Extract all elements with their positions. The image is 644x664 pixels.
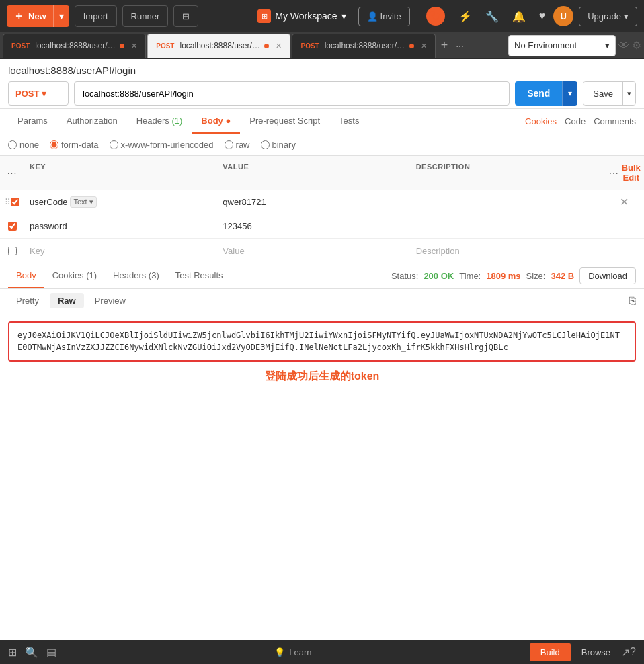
table-header: ··· KEY VALUE DESCRIPTION ··· Bulk Edit: [0, 156, 644, 190]
person-icon: 👤: [367, 11, 378, 22]
send-button[interactable]: Send: [515, 81, 562, 106]
save-dropdown-button[interactable]: ▾: [622, 82, 635, 105]
resp-tab-test-results[interactable]: Test Results: [167, 263, 231, 288]
import-button[interactable]: Import: [75, 5, 117, 27]
row-2-checkbox[interactable]: [8, 222, 17, 231]
tab-headers[interactable]: Headers (1): [127, 109, 192, 134]
tab-2[interactable]: POST localhost:8888/user/logo ✕: [292, 34, 435, 58]
tab-0[interactable]: POST localhost:8888/user/logir ✕: [3, 34, 146, 58]
code-link[interactable]: Code: [565, 116, 586, 126]
cookies-link[interactable]: Cookies: [525, 116, 557, 126]
resp-tab-body[interactable]: Body: [8, 263, 44, 288]
bottom-layout-button[interactable]: ⊞: [8, 646, 17, 659]
tab-body[interactable]: Body ●: [192, 109, 240, 134]
row-1-desc: [411, 200, 604, 205]
tab-0-close[interactable]: ✕: [131, 42, 137, 50]
save-button[interactable]: Save: [583, 82, 622, 105]
bottom-console-button[interactable]: ▤: [46, 646, 56, 659]
row-2-drag-check: [0, 219, 24, 233]
tab-prerequest[interactable]: Pre-request Script: [240, 109, 329, 134]
runner-button[interactable]: Runner: [122, 5, 169, 27]
user-avatar[interactable]: U: [553, 6, 573, 26]
help-icon: ?: [630, 646, 636, 657]
environment-dropdown[interactable]: No Environment ▾: [508, 35, 616, 56]
new-button-main[interactable]: ＋ New: [7, 5, 54, 27]
raw-option[interactable]: raw: [225, 140, 250, 150]
drag-handle-icon[interactable]: ⠿: [5, 198, 11, 207]
tab-0-method: POST: [11, 42, 30, 50]
response-area: Body Cookies (1) Headers (3) Test Result…: [0, 263, 644, 640]
comments-link[interactable]: Comments: [594, 116, 636, 126]
tab-authorization[interactable]: Authorization: [57, 109, 127, 134]
form-data-option[interactable]: form-data: [50, 140, 99, 150]
layout-button[interactable]: ⊞: [173, 5, 198, 27]
body-options: none form-data x-www-form-urlencoded raw…: [0, 134, 644, 156]
bell-icon-button[interactable]: 🔔: [507, 7, 531, 26]
new-button[interactable]: ＋ New ▾: [7, 5, 69, 27]
build-tab-button[interactable]: Build: [530, 643, 571, 661]
env-chevron-icon: ▾: [605, 40, 610, 50]
resp-tab-cookies[interactable]: Cookies (1): [44, 263, 105, 288]
settings-icon: ⚙: [632, 40, 641, 51]
bottom-help-button[interactable]: ?: [630, 646, 636, 658]
lightbulb-icon: 💡: [274, 647, 285, 657]
sync-icon-button[interactable]: ↻: [421, 4, 450, 28]
pretty-tab[interactable]: Pretty: [8, 293, 47, 308]
tab-1-close[interactable]: ✕: [276, 42, 282, 50]
row-3-value-placeholder: Value: [217, 243, 410, 259]
urlencoded-option[interactable]: x-www-form-urlencoded: [110, 140, 214, 150]
row-1-delete-button[interactable]: ✕: [620, 196, 629, 208]
tab-2-dot: [409, 44, 414, 48]
text-type-badge[interactable]: Text ▾: [70, 196, 96, 208]
table-menu-button[interactable]: ···: [7, 167, 17, 178]
env-settings-button[interactable]: ⚙: [632, 39, 641, 52]
tab-2-close[interactable]: ✕: [421, 42, 427, 50]
method-chevron-icon: ▾: [42, 89, 46, 99]
raw-tab[interactable]: Raw: [50, 293, 84, 308]
top-navigation: ＋ New ▾ Import Runner ⊞ ⊞ My Workspace ▾…: [0, 0, 644, 32]
body-display-tabs: Pretty Raw Preview ⎘: [0, 289, 644, 313]
layout-icon: ⊞: [182, 11, 190, 22]
row-2-key: password: [24, 218, 217, 234]
row-3-checkbox[interactable]: [8, 247, 17, 255]
resp-tab-headers[interactable]: Headers (3): [105, 263, 167, 288]
bottom-search-button[interactable]: 🔍: [25, 646, 38, 659]
wrench-icon-button[interactable]: 🔧: [480, 7, 504, 26]
invite-button[interactable]: 👤 Invite: [358, 7, 410, 26]
request-tabs: Params Authorization Headers (1) Body ● …: [0, 109, 644, 134]
more-tabs-button[interactable]: ···: [452, 40, 468, 51]
eye-icon: 👁: [618, 40, 629, 51]
download-button[interactable]: Download: [579, 267, 636, 284]
row-options-button[interactable]: ···: [609, 167, 619, 178]
new-button-dropdown[interactable]: ▾: [54, 5, 69, 27]
browse-tab-button[interactable]: Browse: [571, 643, 621, 661]
row-1-checkbox[interactable]: [11, 198, 19, 206]
none-option[interactable]: none: [8, 140, 39, 150]
tab-2-method: POST: [300, 42, 319, 50]
lightning-icon-button[interactable]: ⚡: [453, 7, 477, 26]
tab-1[interactable]: POST localhost:8888/user/logo ✕: [147, 34, 290, 58]
env-eye-button[interactable]: 👁: [618, 40, 629, 52]
bottom-share-button[interactable]: ↗: [621, 646, 630, 659]
send-dropdown-button[interactable]: ▾: [562, 81, 577, 106]
copy-button[interactable]: ⎘: [629, 295, 636, 307]
tab-params[interactable]: Params: [8, 109, 57, 134]
preview-tab[interactable]: Preview: [87, 293, 134, 308]
desc-header: DESCRIPTION: [411, 160, 604, 185]
upgrade-button[interactable]: Upgrade ▾: [579, 7, 637, 26]
heart-icon-button[interactable]: ♥: [534, 7, 551, 25]
row-1-drag-check: ⠿: [0, 195, 24, 210]
method-select[interactable]: POST ▾: [8, 81, 69, 106]
workspace-button[interactable]: ⊞ My Workspace ▾: [251, 5, 352, 27]
tab-1-method: POST: [156, 42, 174, 50]
row-3-key-placeholder: Key: [24, 243, 217, 259]
tab-tests[interactable]: Tests: [329, 109, 368, 134]
binary-option[interactable]: binary: [261, 140, 296, 150]
url-input[interactable]: [74, 81, 510, 106]
add-tab-button[interactable]: +: [437, 38, 452, 52]
bulk-edit-button[interactable]: Bulk Edit: [622, 163, 641, 183]
tabs-bar: POST localhost:8888/user/logir ✕ POST lo…: [0, 32, 644, 59]
console-icon: ▤: [46, 647, 56, 658]
new-label: New: [28, 11, 46, 22]
send-button-group: Send ▾: [515, 81, 577, 106]
